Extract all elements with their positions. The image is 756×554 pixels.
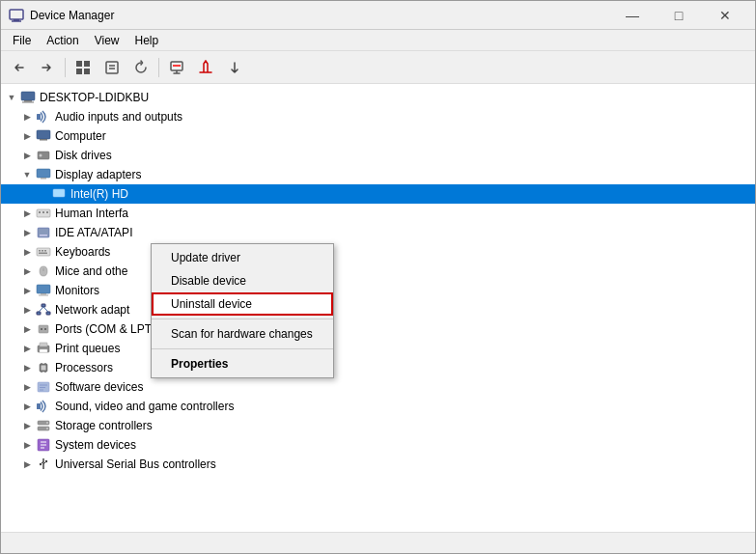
proc-expand-icon: ▶: [20, 361, 34, 374]
computer-expand-icon: ▶: [20, 129, 34, 143]
svg-point-46: [41, 328, 42, 330]
toolbar-sep-1: [65, 58, 66, 77]
svg-rect-61: [37, 403, 41, 409]
scan-hardware-item[interactable]: Scan for hardware changes: [152, 322, 333, 346]
device-manager-window: Device Manager — □ ✕ File Action View He…: [0, 0, 756, 554]
forward-button[interactable]: [34, 55, 61, 80]
svg-rect-38: [41, 293, 46, 295]
tree-item-computer[interactable]: ▶ Computer: [1, 126, 755, 146]
svg-rect-5: [76, 69, 82, 74]
ide-icon: [36, 225, 51, 240]
tree-item-print[interactable]: ▶ Print queues: [1, 339, 755, 358]
sound-label: Sound, video and game controllers: [55, 400, 234, 413]
properties-item[interactable]: Properties: [152, 352, 333, 375]
ports-label: Ports (COM & LPT): [55, 322, 155, 336]
close-button[interactable]: ✕: [703, 1, 747, 30]
window-controls: — □ ✕: [610, 1, 747, 30]
tree-item-audio[interactable]: ▶ Audio inputs and outputs: [1, 107, 755, 126]
refresh-button[interactable]: [127, 55, 154, 80]
intel-expand-icon: [36, 187, 49, 201]
uninstall-device-item[interactable]: Uninstall device: [152, 292, 333, 316]
audio-label: Audio inputs and outputs: [55, 110, 182, 124]
maximize-button[interactable]: □: [657, 1, 701, 30]
tree-item-monitors[interactable]: ▶ Monitors: [1, 281, 755, 300]
svg-point-21: [40, 154, 42, 157]
proc-icon: [36, 360, 51, 375]
svg-line-44: [43, 307, 48, 312]
ports-expand-icon: ▶: [20, 322, 34, 336]
svg-rect-31: [37, 248, 50, 256]
svg-point-71: [45, 460, 47, 462]
properties-button[interactable]: [98, 55, 126, 80]
tree-item-sound[interactable]: ▶ Sound, video and game controllers: [1, 397, 755, 416]
update-driver-item[interactable]: Update driver: [152, 246, 333, 269]
tree-item-software[interactable]: ▶ Software devices: [1, 377, 755, 397]
svg-rect-14: [21, 92, 35, 100]
remove-button[interactable]: [163, 55, 190, 80]
svg-rect-15: [24, 100, 32, 102]
tree-item-mice[interactable]: ▶ Mice and othe: [1, 262, 755, 281]
device-tree[interactable]: ▼ DESKTOP-LDIDKBU ▶: [1, 84, 755, 532]
back-button[interactable]: [5, 55, 32, 80]
system-icon: [36, 437, 51, 453]
tree-item-usb[interactable]: ▶ Universal Serial Bus controllers: [1, 455, 755, 474]
svg-rect-24: [53, 189, 65, 197]
svg-rect-6: [84, 69, 90, 74]
tree-item-keyboard[interactable]: ▶ Keyboards: [1, 242, 755, 262]
tree-item-ports[interactable]: ▶ Ports (COM & LPT): [1, 319, 755, 339]
tree-item-network[interactable]: ▶ Network adapt: [1, 300, 755, 319]
monitors-label: Monitors: [55, 284, 99, 297]
mice-expand-icon: ▶: [20, 264, 34, 278]
tree-item-display[interactable]: ▼ Display adapters: [1, 165, 755, 184]
monitors-expand-icon: ▶: [20, 284, 34, 297]
svg-rect-26: [39, 211, 41, 213]
svg-rect-27: [42, 211, 44, 213]
tree-item-ide[interactable]: ▶ IDE ATA/ATAPI: [1, 223, 755, 242]
display-label: Display adapters: [55, 168, 141, 181]
proc-label: Processors: [55, 361, 113, 374]
menu-view[interactable]: View: [87, 30, 127, 50]
toolbar-sep-2: [158, 58, 159, 77]
keyboard-icon: [36, 244, 51, 260]
uninstall-button[interactable]: [192, 55, 219, 80]
network-icon: [36, 302, 51, 318]
human-expand-icon: ▶: [20, 207, 34, 220]
tree-item-human[interactable]: ▶ Human Interfa: [1, 204, 755, 223]
svg-rect-19: [40, 139, 47, 141]
svg-rect-28: [46, 211, 48, 213]
view-button[interactable]: [70, 55, 97, 80]
sound-expand-icon: ▶: [20, 400, 34, 413]
minimize-button[interactable]: —: [610, 1, 655, 30]
tree-item-storage[interactable]: ▶ Storage controllers: [1, 416, 755, 435]
network-expand-icon: ▶: [20, 303, 34, 317]
root-computer-icon: [20, 90, 36, 105]
svg-rect-18: [37, 130, 50, 139]
disk-icon: [36, 148, 51, 163]
svg-rect-4: [84, 61, 90, 67]
svg-rect-7: [106, 62, 118, 73]
software-label: Software devices: [55, 380, 143, 394]
ctx-separator: [152, 319, 333, 319]
tree-item-proc[interactable]: ▶ Processors: [1, 358, 755, 377]
svg-rect-50: [40, 349, 47, 352]
ide-expand-icon: ▶: [20, 226, 34, 239]
software-expand-icon: ▶: [20, 380, 34, 394]
human-label: Human Interfa: [55, 207, 128, 220]
svg-rect-49: [40, 343, 47, 346]
system-expand-icon: ▶: [20, 438, 34, 452]
menu-action[interactable]: Action: [39, 30, 86, 50]
update-button[interactable]: [221, 55, 248, 80]
display-expand-icon: ▼: [20, 168, 34, 181]
title-bar: Device Manager — □ ✕: [1, 1, 755, 30]
tree-item-intel[interactable]: Intel(R) HD: [1, 184, 755, 204]
disable-device-item[interactable]: Disable device: [152, 269, 333, 292]
svg-rect-35: [39, 253, 47, 255]
system-label: System devices: [55, 438, 136, 452]
menu-file[interactable]: File: [5, 30, 39, 50]
tree-item-disk[interactable]: ▶ Disk drives: [1, 146, 755, 165]
mice-icon: [36, 263, 51, 279]
svg-rect-3: [76, 61, 82, 67]
tree-item-system[interactable]: ▶ System devices: [1, 435, 755, 455]
tree-root[interactable]: ▼ DESKTOP-LDIDKBU: [1, 88, 755, 107]
menu-help[interactable]: Help: [127, 30, 167, 50]
